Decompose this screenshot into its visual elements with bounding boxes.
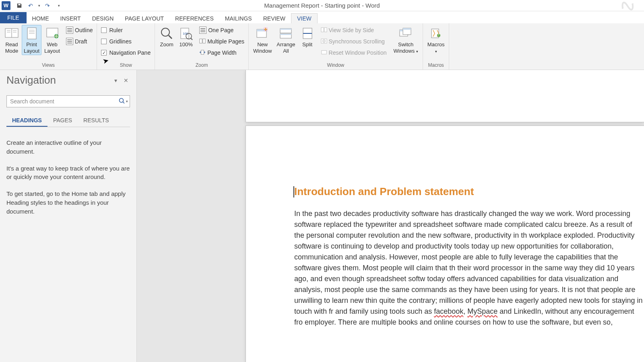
spelling-error[interactable]: facebook [434,307,463,315]
svg-rect-29 [280,34,291,35]
navigation-tabs: Headings Pages Results [6,115,130,127]
hundred-percent-icon: 100 [179,26,193,41]
svg-line-44 [123,102,124,103]
workspace: Navigation ▾ ✕ ▾ Headings Pages Results … [0,70,644,362]
outline-button[interactable]: Outline [64,25,94,35]
group-views: Read Mode Print Layout Web Layout Outlin… [0,23,97,70]
search-options-icon[interactable]: ▾ [126,99,128,103]
redo-button[interactable]: ↷ [43,1,52,10]
print-layout-button[interactable]: Print Layout [22,25,41,55]
navigation-pane-checkbox[interactable]: ✓Navigation Pane [99,47,152,58]
group-show-label: Show [99,62,152,70]
document-page[interactable]: Introduction and Problem statement In th… [246,125,644,362]
macros-button[interactable]: Macros▾ [425,25,447,55]
outline-icon [66,27,73,34]
page-width-icon [199,49,206,56]
navigation-body: Create an interactive outline of your do… [6,127,130,235]
navigation-pane-close-icon[interactable]: ✕ [122,76,130,84]
tab-design[interactable]: DESIGN [87,14,120,23]
search-document-input[interactable] [7,98,117,105]
read-mode-icon [4,26,19,41]
word-app-icon: W [2,1,10,10]
zoom-icon [159,26,174,41]
arrange-all-button[interactable]: Arrange All [275,25,297,55]
tab-review[interactable]: REVIEW [258,14,291,23]
nav-tab-pages[interactable]: Pages [47,115,78,127]
draft-button[interactable]: Draft [64,36,94,47]
spelling-error[interactable]: MySpace [467,307,497,315]
quick-access-toolbar: ↶ ▾ ↷ ▾ [14,1,64,10]
multiple-pages-icon [199,38,206,45]
split-icon [300,26,315,41]
document-body-text[interactable]: In the past two decades productivity sof… [294,208,644,328]
checkbox-icon [101,39,107,44]
group-zoom: Zoom 100 100% One Page Multiple Pages Pa… [155,23,249,70]
undo-button[interactable]: ↶ [26,1,35,10]
svg-rect-27 [280,29,291,30]
group-window: New Window Arrange All Split View Side b… [249,23,423,70]
svg-rect-20 [200,39,202,43]
tab-references[interactable]: REFERENCES [169,14,219,23]
group-show: Ruler Gridlines ✓Navigation Pane Show ➤ [97,23,155,70]
tab-mailings[interactable]: MAILINGS [219,14,258,23]
hundred-percent-button[interactable]: 100 100% [177,25,195,49]
zoom-button[interactable]: Zoom [157,25,176,49]
svg-point-14 [161,28,169,36]
save-button[interactable] [14,1,24,10]
tab-view[interactable]: VIEW [291,13,318,23]
tab-insert[interactable]: INSERT [55,14,87,23]
view-side-by-side-button[interactable]: View Side by Side [319,25,388,35]
draft-icon [66,38,73,45]
print-layout-icon [25,26,39,41]
navigation-pane-options-icon[interactable]: ▾ [113,76,119,84]
macros-icon [429,26,443,41]
web-layout-icon [45,26,60,41]
tab-page-layout[interactable]: PAGE LAYOUT [119,14,169,23]
document-area[interactable]: Introduction and Problem statement In th… [137,70,644,362]
nav-info-p2: It's a great way to keep track of where … [6,164,130,182]
gridlines-checkbox[interactable]: Gridlines [99,36,152,47]
synchronous-scrolling-button[interactable]: Synchronous Scrolling [319,36,388,47]
search-document-container: ▾ [6,95,130,107]
svg-rect-32 [321,27,323,32]
new-window-icon [255,26,270,41]
svg-line-15 [169,35,172,39]
nav-info-p3: To get started, go to the Home tab and a… [6,189,130,216]
group-macros: Macros▾ Macros [423,23,450,70]
sync-scroll-icon [321,38,327,45]
group-zoom-label: Zoom [157,62,246,70]
arrange-all-icon [279,26,293,41]
group-window-label: Window [251,62,420,70]
switch-windows-icon [398,26,413,41]
undo-dropdown-icon[interactable]: ▾ [37,1,41,10]
multiple-pages-button[interactable]: Multiple Pages [198,36,246,47]
text-cursor-icon [293,186,294,197]
nav-tab-headings[interactable]: Headings [6,115,47,127]
page-width-button[interactable]: Page Width [198,47,246,58]
checkbox-icon: ✓ [101,50,107,56]
document-heading[interactable]: Introduction and Problem statement [294,185,644,198]
web-layout-button[interactable]: Web Layout [42,25,62,55]
svg-rect-21 [203,39,205,43]
switch-windows-button[interactable]: Switch Windows ▾ [391,25,420,55]
search-icon[interactable] [119,98,125,105]
previous-page-bottom [246,70,644,122]
qat-customize-icon[interactable]: ▾ [54,1,64,10]
one-page-button[interactable]: One Page [198,25,246,35]
window-title: Management Report - Starting point - Wor… [264,2,380,9]
split-button[interactable]: Split [298,25,317,49]
tab-home[interactable]: HOME [27,14,55,23]
group-macros-label: Macros [425,62,447,70]
ribbon: Read Mode Print Layout Web Layout Outlin… [0,23,644,70]
read-mode-button[interactable]: Read Mode [2,25,21,55]
nav-info-p1: Create an interactive outline of your do… [6,138,130,156]
tab-file[interactable]: FILE [0,12,27,23]
svg-rect-40 [403,28,411,30]
reset-window-icon [321,49,327,56]
nav-tab-results[interactable]: Results [78,115,115,127]
svg-rect-33 [324,27,326,32]
ruler-checkbox[interactable]: Ruler [99,25,152,35]
new-window-button[interactable]: New Window [251,25,274,55]
group-views-label: Views [2,62,94,70]
reset-window-position-button[interactable]: Reset Window Position [319,47,388,58]
